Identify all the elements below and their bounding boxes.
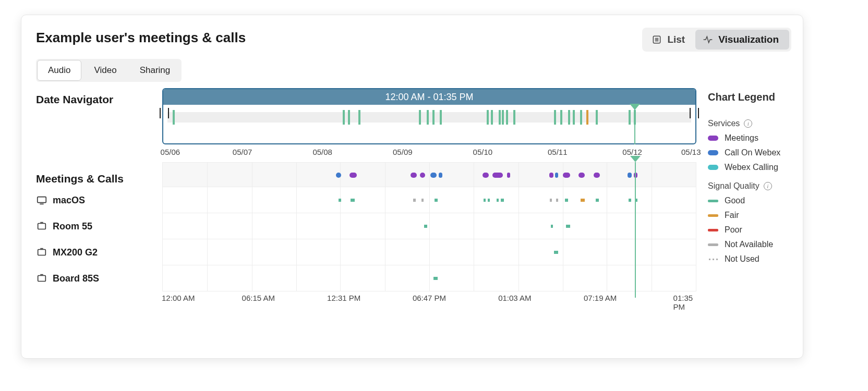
signal-tick[interactable]	[413, 199, 416, 202]
timeline-chart: 12:00 AM06:15 AM12:31 PM06:47 PM01:03 AM…	[162, 162, 696, 306]
signal-tick[interactable]	[629, 199, 631, 202]
device-icon	[36, 221, 47, 232]
row-label: Board 85S	[53, 273, 99, 284]
date-navigator-event	[568, 110, 570, 125]
timeline-row-label-room55: Room 55	[36, 213, 161, 239]
signal-tick[interactable]	[566, 225, 570, 228]
timeline-cursor[interactable]	[635, 162, 636, 298]
date-navigator-event	[499, 110, 501, 125]
event-pill[interactable]	[628, 173, 632, 178]
date-navigator-event	[506, 110, 508, 125]
event-pill[interactable]	[430, 173, 437, 178]
event-pill[interactable]	[549, 173, 553, 178]
legend-services-label: Services	[708, 119, 740, 128]
date-navigator-selection[interactable]: 12:00 AM - 01:35 PM	[162, 88, 696, 144]
section-date-navigator: Date Navigator	[36, 93, 113, 106]
date-navigator-event	[427, 110, 429, 125]
event-pill[interactable]	[349, 173, 357, 178]
date-navigator-event	[586, 110, 588, 125]
date-navigator-event	[596, 110, 598, 125]
date-navigator-event	[419, 110, 421, 125]
device-icon	[36, 247, 47, 258]
date-navigator-event	[358, 110, 360, 125]
signal-tick[interactable]	[551, 225, 553, 228]
legend-label: Not Used	[725, 254, 760, 264]
timeline-row-label-summary	[36, 162, 161, 187]
timeline-tick-label: 01:03 AM	[498, 294, 531, 302]
timeline-row-summary	[162, 162, 696, 187]
legend-services-title: Services i	[708, 119, 790, 128]
legend-item: Poor	[708, 225, 790, 235]
page-title: Example user's meetings & calls	[36, 30, 246, 46]
date-navigator-tick-label: 05/11	[548, 148, 568, 156]
event-pill[interactable]	[420, 173, 425, 178]
event-pill[interactable]	[439, 173, 442, 178]
info-icon[interactable]: i	[764, 182, 772, 190]
legend-swatch	[708, 214, 718, 217]
view-list-button[interactable]: List	[644, 30, 695, 50]
event-pill[interactable]	[507, 173, 510, 178]
date-navigator-handle-right[interactable]	[693, 105, 696, 144]
legend-item: Call On Webex	[708, 148, 790, 157]
legend-title: Chart Legend	[708, 91, 790, 103]
legend-item: Webex Calling	[708, 163, 790, 172]
signal-tick[interactable]	[556, 199, 558, 202]
date-navigator-handle-left[interactable]	[163, 105, 166, 144]
date-navigator-event	[573, 110, 575, 125]
timeline-tick-label: 06:47 PM	[413, 294, 446, 302]
legend-label: Fair	[725, 211, 739, 220]
timeline-tick-label: 06:15 AM	[242, 294, 275, 302]
date-navigator-tick-label: 05/06	[161, 148, 180, 156]
signal-tick[interactable]	[488, 199, 490, 202]
signal-tick[interactable]	[565, 199, 568, 202]
signal-tick[interactable]	[501, 199, 504, 202]
legend-swatch	[708, 136, 718, 141]
legend-swatch	[708, 243, 718, 246]
view-visualization-button[interactable]: Visualization	[695, 30, 789, 50]
timeline-row-label-mx200g2: MX200 G2	[36, 239, 161, 265]
legend-swatch	[708, 200, 718, 202]
event-pill[interactable]	[594, 173, 600, 178]
signal-tick[interactable]	[339, 199, 341, 202]
timeline-gridlines	[163, 163, 696, 187]
tab-sharing[interactable]: Sharing	[128, 60, 182, 81]
signal-tick[interactable]	[433, 277, 438, 280]
signal-tick[interactable]	[421, 199, 424, 202]
info-icon[interactable]: i	[744, 119, 752, 128]
event-pill[interactable]	[578, 173, 585, 178]
signal-tick[interactable]	[424, 225, 427, 228]
date-navigator-event	[491, 110, 493, 125]
date-navigator-event	[560, 110, 562, 125]
date-navigator-cursor[interactable]	[634, 105, 635, 144]
legend-item: Not Available	[708, 240, 790, 249]
date-navigator-event	[343, 110, 345, 125]
date-navigator: 12:00 AM - 01:35 PM 05/0605/0705/0805/09…	[162, 88, 696, 159]
event-pill[interactable]	[563, 173, 570, 178]
timeline-tick-label: 12:00 AM	[162, 294, 195, 302]
svg-rect-6	[38, 224, 46, 229]
troubleshooting-card: Example user's meetings & calls List Vis…	[21, 15, 803, 359]
signal-tick[interactable]	[435, 199, 438, 202]
event-pill[interactable]	[555, 173, 558, 178]
timeline-tick-label: 12:31 PM	[327, 294, 360, 302]
signal-tick[interactable]	[596, 199, 599, 202]
legend-item: Not Used	[708, 254, 790, 264]
svg-rect-4	[38, 197, 46, 203]
date-navigator-event	[502, 110, 504, 125]
legend-swatch	[708, 229, 718, 231]
legend-item: Good	[708, 196, 790, 205]
date-navigator-event	[513, 110, 515, 125]
signal-tick[interactable]	[581, 199, 585, 202]
signal-tick[interactable]	[351, 199, 355, 202]
date-navigator-range-label: 12:00 AM - 01:35 PM	[163, 89, 695, 105]
tab-video[interactable]: Video	[82, 60, 128, 81]
date-navigator-marks	[167, 110, 691, 125]
signal-tick[interactable]	[550, 199, 552, 202]
row-label: Room 55	[53, 221, 92, 232]
signal-tick[interactable]	[497, 199, 499, 202]
event-pill[interactable]	[492, 173, 503, 178]
date-navigator-tick-label: 05/10	[473, 148, 493, 156]
signal-tick[interactable]	[484, 199, 486, 202]
tab-audio[interactable]: Audio	[37, 60, 81, 81]
signal-tick[interactable]	[554, 251, 558, 254]
